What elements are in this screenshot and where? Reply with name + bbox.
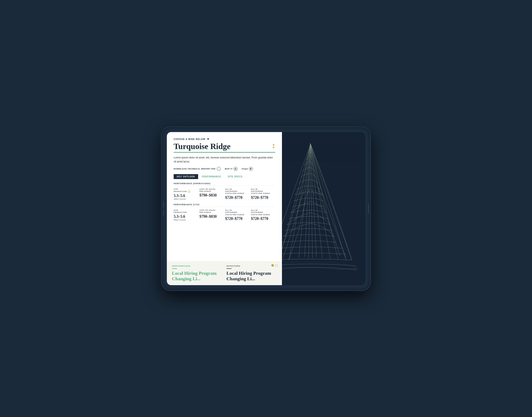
right-button bbox=[368, 203, 369, 214]
metric-aisc2-lto: ALL-INSUSTAININGCOSTS PER OUNCE $720–$77… bbox=[251, 209, 275, 221]
faqs-icon: ⊕ bbox=[249, 167, 253, 171]
map-it-label: MAP IT bbox=[225, 168, 233, 170]
metric-value: $720–$770 bbox=[225, 217, 249, 220]
metric-value: $720–$770 bbox=[251, 196, 275, 199]
faqs-link[interactable]: FAQS ⊕ bbox=[242, 167, 253, 171]
performance-lto-section: PERFORMANCE (LTO) SITEPRODUCTION 5.3–5.6… bbox=[174, 204, 275, 221]
metric-label: COST OF SALESPER OUNCE bbox=[199, 188, 223, 193]
metric-value: $720–$770 bbox=[225, 196, 249, 199]
carousel-dots bbox=[271, 264, 278, 267]
carousel-dot-1[interactable] bbox=[271, 264, 274, 267]
category-line-green bbox=[172, 268, 177, 269]
metric-label: ALL-INSUSTAININGCOSTS PER OUNCE bbox=[225, 188, 249, 195]
carousel-dot-2[interactable] bbox=[275, 264, 278, 267]
tab-site-specs[interactable]: SITE SPECS bbox=[225, 174, 245, 179]
lto-metrics-grid: SITEPRODUCTION 5.3–5.6 Millon Ounces COS… bbox=[174, 209, 275, 221]
perf-operations-title: PERFORMANCE (OPERATIONS) bbox=[174, 182, 275, 186]
carousel-item-investors: INVESTORS Local Hiring ProgramChanging L… bbox=[226, 265, 277, 282]
download-icon: ↓ bbox=[217, 167, 221, 171]
metric-value: 5.3–5.6 bbox=[174, 215, 198, 219]
bottom-category-investors: INVESTORS bbox=[226, 265, 277, 267]
tab-group: 2017 OUTLOOK PERFORMANCE SITE SPECS bbox=[174, 174, 275, 179]
metric-unit: Millon Ounces bbox=[174, 219, 198, 221]
faqs-label: FAQS bbox=[242, 168, 248, 170]
carousel-items-grid: PERFORMANCE Local Hiring ProgramChanging… bbox=[172, 265, 277, 282]
metric-label: SITEPRODUCTION ? bbox=[174, 188, 198, 193]
metric-value: $720–$770 bbox=[251, 217, 275, 220]
download-pdf-label: DOWNLOAD TECHNICAL REPORT PDF bbox=[174, 168, 216, 170]
metric-site-production-ops: SITEPRODUCTION ? 5.3–5.6 Millon Ounces bbox=[174, 188, 198, 200]
metric-label: ALL-INSUSTAININGCOSTS PER OUNCE bbox=[225, 209, 249, 216]
tablet-screen: .wire { stroke: #b8c8b0; stroke-width: 0… bbox=[167, 132, 365, 285]
category-line-dark bbox=[226, 268, 232, 269]
metric-label: ALL-INSUSTAININGCOSTS PER OUNCE bbox=[251, 209, 275, 216]
metric-cost-sales-ops: COST OF SALESPER OUNCE $790–$830 bbox=[199, 188, 223, 200]
tab-2017-outlook[interactable]: 2017 OUTLOOK bbox=[174, 174, 198, 179]
left-panel: CHOOSE A MINE BELOW Turquoise Ridge ▲ ▼ … bbox=[167, 132, 282, 285]
operations-metrics-grid: SITEPRODUCTION ? 5.3–5.6 Millon Ounces C… bbox=[174, 188, 275, 200]
metric-label: ALL-INSUSTAININGCOSTS PER OUNCE bbox=[251, 188, 275, 195]
metric-unit: Millon Ounces bbox=[174, 198, 198, 200]
metric-label: COST OF SALESPER OUNCE bbox=[199, 209, 223, 214]
performance-operations-section: PERFORMANCE (OPERATIONS) SITEPRODUCTION … bbox=[174, 182, 275, 200]
bottom-category-performance: PERFORMANCE bbox=[172, 265, 222, 267]
download-pdf-link[interactable]: DOWNLOAD TECHNICAL REPORT PDF ↓ bbox=[174, 167, 221, 171]
perf-lto-title: PERFORMANCE (LTO) bbox=[174, 204, 275, 207]
map-it-link[interactable]: MAP IT ◎ bbox=[225, 167, 237, 171]
main-card: CHOOSE A MINE BELOW Turquoise Ridge ▲ ▼ … bbox=[167, 132, 282, 261]
side-buttons bbox=[163, 201, 164, 216]
map-icon: ◎ bbox=[234, 167, 237, 171]
tablet-frame: .wire { stroke: #b8c8b0; stroke-width: 0… bbox=[162, 127, 370, 290]
metric-label: SITEPRODUCTION bbox=[174, 209, 198, 214]
title-divider bbox=[174, 152, 275, 153]
metric-site-production-lto: SITEPRODUCTION 5.3–5.6 Millon Ounces bbox=[174, 209, 198, 221]
bottom-carousel-section: PERFORMANCE Local Hiring ProgramChanging… bbox=[167, 261, 282, 285]
choose-mine-label: CHOOSE A MINE BELOW bbox=[174, 138, 205, 140]
metric-value: $790–$830 bbox=[199, 193, 223, 197]
info-icon[interactable]: ? bbox=[188, 190, 191, 193]
bottom-title-green: Local Hiring ProgramChanging Li... bbox=[172, 271, 222, 282]
carousel-item-performance: PERFORMANCE Local Hiring ProgramChanging… bbox=[172, 265, 222, 282]
mine-selector[interactable]: CHOOSE A MINE BELOW bbox=[174, 138, 275, 140]
metric-aisc2-ops: ALL-INSUSTAININGCOSTS PER OUNCE $720–$77… bbox=[251, 188, 275, 200]
sort-arrows[interactable]: ▲ ▼ bbox=[272, 143, 275, 149]
mine-title: Turquoise Ridge bbox=[174, 142, 231, 151]
metric-cost-sales-lto: COST OF SALESPER OUNCE $790–$830 bbox=[199, 209, 223, 221]
tab-performance[interactable]: PERFORMANCE bbox=[199, 174, 224, 179]
dropdown-arrow-icon bbox=[207, 138, 209, 140]
metric-aisc1-lto: ALL-INSUSTAININGCOSTS PER OUNCE $720–$77… bbox=[225, 209, 249, 221]
action-links: DOWNLOAD TECHNICAL REPORT PDF ↓ MAP IT ◎… bbox=[174, 167, 275, 171]
metric-value: 5.3–5.6 bbox=[174, 194, 198, 198]
metric-value: $790–$830 bbox=[199, 215, 223, 219]
metric-aisc1-ops: ALL-INSUSTAININGCOSTS PER OUNCE $720–$77… bbox=[225, 188, 249, 200]
description-text: Lorem ipsum dolor sit amet, elit. Aenean… bbox=[174, 156, 275, 164]
bottom-title-dark: Local Hiring ProgramChanging Li... bbox=[226, 271, 277, 282]
